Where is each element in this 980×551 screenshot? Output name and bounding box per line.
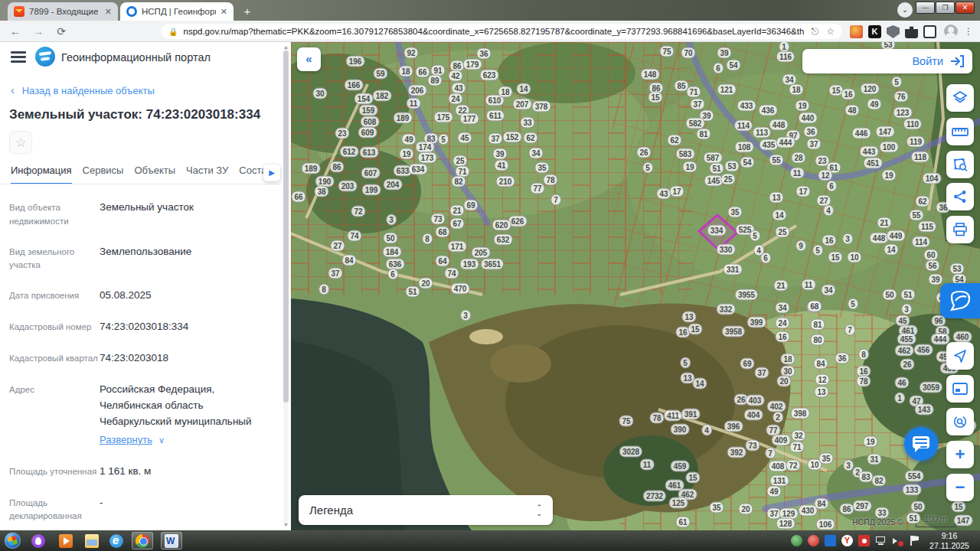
window-minimize-button[interactable]: —	[916, 2, 935, 14]
parcel-label[interactable]: 13	[681, 311, 696, 323]
parcel-label[interactable]: 53	[724, 161, 739, 172]
back-icon[interactable]: ←	[8, 24, 23, 39]
parcel-label[interactable]: 125	[669, 497, 688, 509]
parcel-label[interactable]: 7	[550, 194, 561, 206]
parcel-label[interactable]: 15	[951, 501, 965, 513]
parcel-label[interactable]: 27	[330, 240, 345, 252]
parcel-label[interactable]: 470	[451, 283, 470, 295]
parcel-label[interactable]: 189	[394, 112, 413, 124]
parcel-label[interactable]: 2732	[643, 491, 666, 502]
parcel-label[interactable]: 411	[664, 410, 682, 422]
parcel-label[interactable]: 19	[399, 148, 413, 160]
parcel-label[interactable]: 3	[842, 233, 853, 245]
parcel-label[interactable]: 174	[416, 142, 435, 153]
parcel-label[interactable]: 118	[911, 152, 929, 163]
parcel-label[interactable]: 21	[773, 280, 788, 292]
parcel-label[interactable]: 612	[340, 146, 359, 158]
parcel-label[interactable]: 73	[745, 440, 760, 452]
parcel-label[interactable]: 81	[810, 319, 825, 331]
parcel-label[interactable]: 64	[435, 256, 449, 267]
parcel-label[interactable]: 390	[671, 424, 690, 435]
parcel-label[interactable]: 11	[790, 168, 805, 179]
parcel-label[interactable]: 19	[881, 170, 896, 181]
parcel-label[interactable]: 199	[362, 184, 381, 196]
parcel-label[interactable]: 92	[403, 47, 418, 59]
parcel-label[interactable]: 67	[449, 218, 464, 230]
parcel-label[interactable]: 159	[359, 105, 378, 116]
parcel-label[interactable]: 82	[451, 176, 466, 187]
parcel-label[interactable]: 11	[802, 279, 816, 291]
taskbar-chrome-button[interactable]	[132, 532, 153, 549]
hamburger-menu-icon[interactable]	[11, 51, 26, 64]
parcel-label[interactable]: 131	[770, 475, 789, 487]
parcel-label[interactable]: 37	[488, 133, 502, 145]
parcel-label[interactable]: 62	[667, 135, 681, 146]
parcel-label[interactable]: 13	[769, 192, 783, 204]
parcel-label[interactable]: 35	[818, 453, 833, 465]
parcel-label[interactable]: 430	[799, 505, 818, 517]
parcel-label[interactable]: 5	[680, 357, 691, 369]
parcel-label[interactable]: 104	[923, 173, 942, 184]
selected-parcel-label[interactable]: 334	[707, 225, 727, 236]
parcel-label[interactable]: 6	[387, 269, 398, 280]
window-close-button[interactable]: ✕	[956, 2, 975, 14]
parcel-label[interactable]: 378	[532, 101, 551, 112]
parcel-label[interactable]: 444	[776, 137, 795, 148]
parcel-label[interactable]: 30	[312, 88, 327, 99]
parcel-label[interactable]: 587	[704, 152, 723, 164]
new-tab-button[interactable]: +	[239, 4, 256, 21]
parcel-label[interactable]: 2	[773, 412, 783, 423]
parcel-label[interactable]: 68	[435, 227, 449, 238]
parcel-label[interactable]: 179	[463, 59, 482, 70]
parcel-label[interactable]: 3	[901, 304, 912, 315]
parcel-label[interactable]: 115	[918, 221, 936, 233]
parcel-label[interactable]: 18	[789, 84, 803, 96]
parcel-label[interactable]: 12	[815, 374, 829, 386]
parcel-label[interactable]: 36	[803, 126, 818, 138]
parcel-label[interactable]: 444	[931, 334, 950, 345]
parcel-label[interactable]: 16	[775, 331, 789, 343]
share-button[interactable]	[946, 183, 974, 210]
parcel-label[interactable]: 35	[709, 502, 724, 514]
parcel-label[interactable]: 460	[953, 331, 972, 343]
expand-address-link[interactable]: Развернуть∨	[100, 432, 165, 448]
parcel-label[interactable]: 38	[314, 186, 328, 197]
parcel-label[interactable]: 4	[823, 205, 834, 217]
parcel-label[interactable]: 5	[848, 298, 858, 310]
parcel-label[interactable]: 35	[534, 162, 549, 174]
parcel-label[interactable]: 54	[726, 60, 740, 71]
parcel-label[interactable]: 37	[754, 367, 769, 379]
parcel-label[interactable]: 143	[915, 404, 934, 416]
parcel-label[interactable]: 14	[884, 244, 898, 256]
parcel-label[interactable]: 49	[401, 134, 416, 145]
tab-части зу[interactable]: Части ЗУ	[186, 165, 228, 183]
parcel-label[interactable]: 3028	[619, 446, 642, 458]
collapse-panel-button[interactable]: «	[297, 47, 321, 71]
parcel-label[interactable]: 10	[847, 252, 861, 263]
extension-icon-reader[interactable]	[923, 25, 936, 38]
map-canvas[interactable]: 9219659186691861793662342894324221751776…	[291, 42, 980, 530]
parcel-label[interactable]: 166	[345, 80, 364, 91]
parcel-label[interactable]: 607	[361, 168, 381, 179]
parcel-label[interactable]: 37	[328, 268, 342, 279]
parcel-label[interactable]: 5	[812, 245, 823, 256]
tray-icon-yandex-browser[interactable]: Y	[841, 535, 853, 546]
parcel-label[interactable]: 154	[354, 93, 374, 105]
taskbar-alice-button[interactable]	[28, 532, 49, 549]
parcel-label[interactable]: 193	[460, 259, 479, 270]
parcel-label[interactable]: 76	[893, 91, 908, 103]
parcel-label[interactable]: 403	[746, 395, 765, 406]
parcel-label[interactable]: 609	[358, 127, 377, 139]
parcel-label[interactable]: 7	[765, 448, 776, 459]
parcel-label[interactable]: 72	[786, 460, 800, 471]
parcel-label[interactable]: 41	[494, 160, 508, 171]
tab-search-button[interactable]: ⌄	[897, 2, 913, 18]
parcel-label[interactable]: 3	[386, 214, 397, 226]
forward-icon[interactable]: →	[31, 24, 46, 39]
parcel-label[interactable]: 19	[863, 436, 877, 448]
parcel-label[interactable]: 53	[949, 263, 964, 275]
parcel-label[interactable]: 17	[669, 186, 684, 197]
tab-сервисы[interactable]: Сервисы	[83, 165, 124, 183]
parcel-label[interactable]: 55	[769, 155, 783, 166]
parcel-label[interactable]: 331	[724, 264, 743, 276]
